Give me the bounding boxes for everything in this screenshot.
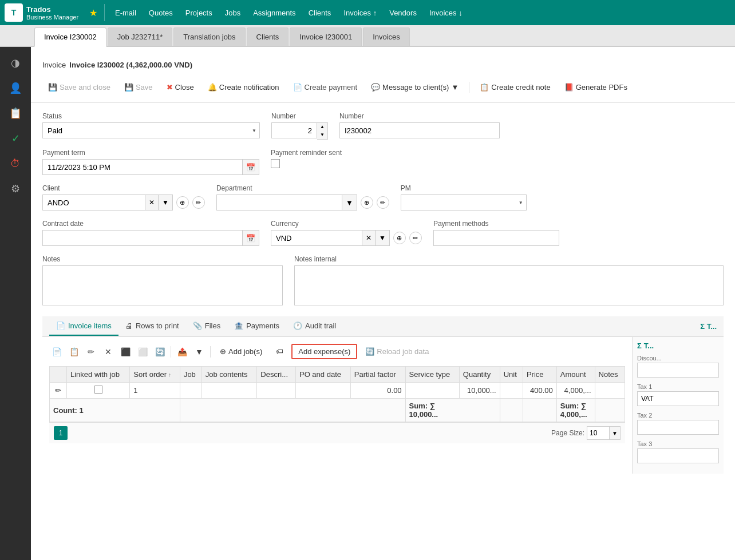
department-dropdown-btn[interactable]: ▼	[342, 194, 357, 211]
number1-spinner: ▲ ▼	[271, 122, 328, 140]
favorites-star-icon[interactable]: ★	[87, 5, 100, 21]
number2-input[interactable]	[339, 122, 500, 138]
notes-internal-textarea[interactable]	[294, 265, 724, 305]
btab-audit-trail[interactable]: 🕐 Audit trail	[286, 317, 343, 336]
department-add-btn[interactable]: ⊕	[361, 196, 373, 209]
save-close-button[interactable]: 💾 Save and close	[42, 80, 116, 94]
status-select[interactable]: Paid	[42, 122, 260, 138]
payment-reminder-checkbox[interactable]	[271, 159, 280, 168]
department-edit-btn[interactable]: ✏	[377, 196, 389, 209]
copy-btn[interactable]: 📋	[66, 344, 81, 359]
notes-internal-group: Notes internal	[294, 255, 724, 305]
client-add-btn[interactable]: ⊕	[176, 196, 189, 209]
create-notification-button[interactable]: 🔔 Create notification	[202, 80, 285, 94]
discount-field: Discou...	[637, 355, 719, 378]
client-edit-btn[interactable]: ✏	[192, 196, 205, 209]
number1-input[interactable]	[271, 122, 317, 138]
generate-pdfs-button[interactable]: 📕 Generate PDFs	[559, 80, 633, 94]
page-size-input[interactable]	[587, 426, 610, 440]
delete-btn[interactable]: ✕	[101, 344, 116, 359]
nav-invoices-down[interactable]: Invoices ↓	[424, 5, 468, 21]
tab-invoice-i230001[interactable]: Invoice I230001	[290, 27, 362, 46]
client-dropdown-btn[interactable]: ▼	[159, 194, 173, 211]
nav-assignments[interactable]: Assignments	[247, 5, 301, 21]
tab-invoices[interactable]: Invoices	[363, 27, 410, 46]
sidebar-gear-icon[interactable]: ⚙	[4, 177, 27, 200]
client-input[interactable]	[42, 194, 145, 211]
payment-methods-input[interactable]	[433, 230, 559, 246]
currency-edit-btn[interactable]: ✏	[409, 232, 422, 244]
new-row-btn[interactable]: 📄	[49, 344, 64, 359]
nav-clients[interactable]: Clients	[303, 5, 337, 21]
refresh-btn[interactable]: 🔄	[152, 344, 167, 359]
add-expense-icon-btn[interactable]: 🏷	[270, 345, 289, 358]
tab-invoice-i230002[interactable]: Invoice I230002	[34, 27, 106, 47]
department-input-wrapper: ▼ ⊕ ✏	[216, 194, 389, 211]
export-btn[interactable]: 📤	[175, 344, 189, 359]
department-input[interactable]	[216, 194, 342, 211]
sidebar-check-icon[interactable]: ✓	[4, 127, 27, 150]
items-toolbar-sep2	[210, 346, 211, 358]
sidebar-person-icon[interactable]: 👤	[4, 77, 27, 100]
col-sort-order-header[interactable]: Sort order	[130, 367, 180, 383]
number1-up-btn[interactable]: ▲	[317, 123, 327, 131]
add-expenses-btn[interactable]: Add expense(s)	[291, 344, 357, 359]
tax3-input[interactable]	[637, 448, 719, 463]
contract-date-calendar-icon[interactable]: 📅	[243, 230, 259, 246]
btab-rows-to-print[interactable]: 🖨 Rows to print	[118, 317, 186, 336]
payment-term-input[interactable]	[42, 159, 243, 175]
currency-clear-btn[interactable]: ✕	[362, 230, 376, 246]
sidebar-clock-icon[interactable]: ⏱	[4, 152, 27, 175]
currency-dropdown-btn[interactable]: ▼	[376, 230, 390, 246]
client-label: Client	[42, 184, 205, 192]
main-toolbar: 💾 Save and close 💾 Save ✖ Close 🔔 Create…	[42, 77, 724, 98]
items-area-wrapper: 📄 📋 ✏ ✕ ⬛ ⬜ 🔄 📤 ▼ ⊕ Add job(s)	[42, 337, 724, 474]
notes-wrapper	[42, 265, 283, 307]
tax2-input[interactable]	[637, 420, 719, 435]
tab-clients[interactable]: Clients	[247, 27, 289, 46]
app-logo: T Trados Business Manager	[5, 3, 85, 22]
nav-jobs[interactable]: Jobs	[219, 5, 246, 21]
tab-translation-jobs[interactable]: Translation jobs	[173, 27, 245, 46]
client-clear-btn[interactable]: ✕	[145, 194, 159, 211]
payment-reminder-label: Payment reminder sent	[271, 149, 342, 157]
sidebar-chart-icon[interactable]: ◑	[4, 51, 27, 74]
currency-input[interactable]	[271, 230, 362, 246]
edit-btn[interactable]: ✏	[84, 344, 98, 359]
export-arrow-btn[interactable]: ▼	[192, 344, 207, 359]
close-button[interactable]: ✖ Close	[161, 80, 200, 94]
btab-payments[interactable]: 🏦 Payments	[227, 317, 286, 336]
tax1-input[interactable]	[637, 391, 719, 406]
currency-add-btn[interactable]: ⊕	[393, 232, 406, 244]
create-payment-button[interactable]: 📄 Create payment	[287, 80, 363, 94]
discount-input[interactable]	[637, 363, 719, 378]
nav-email[interactable]: E-mail	[109, 5, 142, 21]
row-edit-btn[interactable]: ✏	[50, 383, 67, 399]
number1-down-btn[interactable]: ▼	[317, 131, 327, 139]
nav-invoices-up[interactable]: Invoices ↑	[338, 5, 382, 21]
add-jobs-btn[interactable]: ⊕ Add job(s)	[214, 345, 268, 358]
row-amount: 4,000,...	[556, 383, 595, 399]
btab-files[interactable]: 📎 Files	[186, 317, 227, 336]
notes-textarea[interactable]	[42, 265, 283, 305]
payment-term-calendar-icon[interactable]: 📅	[243, 159, 259, 175]
save-button[interactable]: 💾 Save	[118, 80, 159, 94]
nav-projects[interactable]: Projects	[180, 5, 218, 21]
pm-select[interactable]	[401, 194, 527, 211]
btab-invoice-items[interactable]: 📄 Invoice items	[49, 317, 118, 336]
message-to-client-button[interactable]: 💬 Message to client(s) ▼	[365, 80, 464, 94]
contract-date-input[interactable]	[42, 230, 243, 246]
page-1-btn[interactable]: 1	[54, 426, 68, 440]
create-credit-note-button[interactable]: 📋 Create credit note	[474, 80, 556, 94]
reload-job-data-btn[interactable]: 🔄 Reload job data	[359, 345, 434, 358]
select-all-btn[interactable]: ⬛	[118, 344, 133, 359]
tab-job-j232711[interactable]: Job J232711*	[108, 27, 173, 46]
page-size-dropdown-btn[interactable]: ▼	[610, 426, 621, 440]
nav-quotes[interactable]: Quotes	[143, 5, 179, 21]
nav-vendors[interactable]: Vendors	[384, 5, 422, 21]
payment-term-input-wrapper: 📅	[42, 159, 259, 175]
sum-quantity-label: Sum: ∑ 10,000...	[405, 399, 500, 422]
sidebar-document-icon[interactable]: 📋	[4, 102, 27, 125]
select-none-btn[interactable]: ⬜	[135, 344, 150, 359]
contract-date-label: Contract date	[42, 220, 259, 228]
